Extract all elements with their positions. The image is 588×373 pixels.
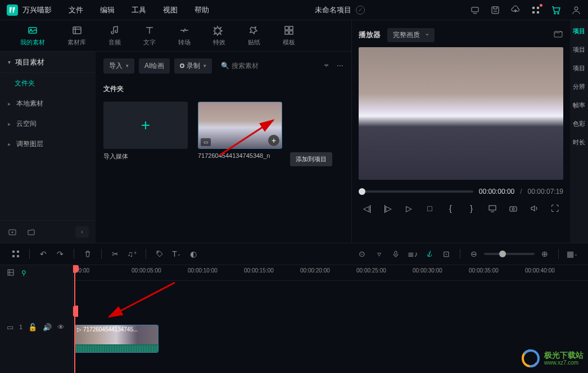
cloud-upload-icon[interactable] — [510, 5, 521, 15]
tl-layout-icon[interactable]: ▦⌄ — [566, 247, 579, 261]
menu-tools[interactable]: 工具 — [132, 5, 146, 15]
search-input[interactable] — [232, 62, 316, 70]
svg-rect-17 — [554, 31, 562, 37]
track-area[interactable]: ▷71726045441347​45... — [73, 281, 588, 373]
new-bin-icon[interactable] — [26, 226, 37, 238]
playhead[interactable] — [74, 265, 75, 373]
menu-help[interactable]: 帮助 — [195, 5, 209, 15]
sidebar-local-media[interactable]: 本地素材 — [0, 93, 96, 113]
prop-resolution[interactable]: 分辨 — [573, 83, 585, 91]
playhead-handle[interactable] — [73, 306, 78, 317]
lock-icon[interactable]: 🔓 — [28, 323, 37, 331]
sidebar-adjustment-layer[interactable]: 调整图层 — [0, 134, 96, 154]
progress-thumb[interactable] — [359, 188, 365, 195]
add-to-project-button[interactable]: + — [268, 135, 279, 146]
play-button[interactable]: ▷ — [402, 202, 415, 215]
time-current: 00:00:00:00 — [479, 188, 514, 195]
more-icon[interactable]: ⋯ — [337, 62, 343, 70]
prev-frame-button[interactable]: ◁| — [361, 202, 373, 215]
cart-icon[interactable] — [551, 5, 561, 15]
zoom-out-icon[interactable]: ⊖ — [467, 247, 481, 261]
delete-icon[interactable] — [81, 247, 94, 261]
link-icon[interactable]: ⊡ — [440, 247, 453, 261]
video-clip[interactable]: ▷71726045441347​45... — [74, 325, 159, 353]
project-name[interactable]: 未命名项目 — [315, 5, 351, 15]
menu-edit[interactable]: 编辑 — [100, 5, 115, 15]
record-button[interactable]: 录制 — [174, 58, 212, 74]
text-tool-icon[interactable]: T⌄ — [170, 247, 183, 261]
collapse-sidebar-button[interactable]: ‹ — [75, 226, 89, 238]
save-icon[interactable] — [490, 5, 500, 15]
new-folder-icon[interactable] — [7, 226, 18, 238]
prop-framerate[interactable]: 帧率 — [573, 101, 585, 110]
ai-draw-button[interactable]: AI绘画 — [139, 58, 170, 74]
volume-icon[interactable] — [528, 202, 540, 215]
ruler-mark: 00:00:05:00 — [132, 267, 161, 274]
time-separator: / — [520, 188, 522, 195]
color-icon[interactable]: ◐ — [187, 247, 200, 261]
track-link-icon[interactable]: ⚲ — [21, 269, 26, 277]
marker-icon[interactable]: ▿ — [372, 247, 386, 261]
effects-icon — [214, 25, 225, 36]
camera-icon[interactable] — [507, 202, 519, 215]
timeline-ruler[interactable]: 00:00 00:00:05:00 00:00:10:00 00:00:15:0… — [73, 265, 588, 281]
cut-icon[interactable]: ✂ — [108, 247, 122, 261]
prop-item2[interactable]: 项目 — [573, 64, 585, 72]
svg-rect-5 — [537, 11, 539, 13]
tl-menu-icon[interactable] — [9, 247, 22, 261]
display-icon[interactable] — [486, 202, 499, 215]
mic-icon[interactable] — [389, 247, 402, 261]
tl-dots-icon[interactable]: ⊙ — [355, 247, 369, 261]
track-manage-icon[interactable] — [7, 269, 15, 278]
video-track-header[interactable]: ▭ 1 🔓 🔊 👁 — [0, 281, 73, 373]
preview-video[interactable] — [359, 47, 563, 180]
mark-out-button[interactable]: } — [465, 202, 478, 215]
sidebar-cloud[interactable]: 云空间 — [0, 113, 96, 134]
import-media-tile[interactable]: + 导入媒体 — [103, 102, 188, 161]
tab-label: 文字 — [143, 38, 156, 47]
filter-icon[interactable]: ⫧ — [323, 62, 330, 70]
magnet-icon[interactable]: ⫝̸ — [423, 247, 436, 261]
menu-view[interactable]: 视图 — [163, 5, 178, 15]
apps-icon[interactable] — [531, 5, 541, 15]
zoom-slider[interactable] — [484, 253, 535, 255]
prop-project[interactable]: 项目 — [573, 27, 585, 35]
tab-stock[interactable]: 素材库 — [56, 22, 97, 49]
menu-file[interactable]: 文件 — [69, 5, 83, 15]
clip-label: ▷71726045441347​45... — [77, 326, 138, 333]
tab-templates[interactable]: 模板 — [272, 22, 306, 49]
step-back-button[interactable]: |▷ — [382, 202, 394, 215]
tab-text[interactable]: 文字 — [132, 22, 167, 49]
prop-item1[interactable]: 项目 — [573, 46, 585, 54]
mixer-icon[interactable]: ≣♪ — [406, 247, 419, 261]
tag-icon[interactable] — [153, 247, 166, 261]
prop-duration[interactable]: 时长 — [573, 138, 585, 147]
zoom-thumb[interactable] — [499, 251, 506, 257]
timeline-tracks[interactable]: 00:00 00:00:05:00 00:00:10:00 00:00:15:0… — [73, 265, 588, 373]
sidebar-project-media[interactable]: 项目素材 — [0, 52, 96, 73]
progress-track[interactable] — [359, 190, 473, 193]
quality-select[interactable]: 完整画质 — [387, 28, 435, 42]
snapshot-icon[interactable] — [553, 29, 563, 41]
media-clip-tile[interactable]: ▭ + 717260454413474534​8_n 添加到项目 — [198, 102, 282, 161]
mark-in-button[interactable]: { — [444, 202, 456, 215]
music-icon[interactable]: ♫⁺ — [125, 247, 139, 261]
stop-button[interactable]: □ — [423, 202, 436, 215]
visibility-icon[interactable]: 👁 — [57, 323, 65, 331]
fullscreen-icon[interactable]: ⛶ — [549, 202, 561, 215]
tab-transition[interactable]: 转场 — [167, 22, 202, 49]
tab-audio[interactable]: 音频 — [97, 22, 132, 49]
search-box[interactable]: 🔍 — [216, 62, 295, 70]
tab-effects[interactable]: 特效 — [202, 22, 237, 49]
user-icon[interactable] — [571, 5, 581, 15]
sidebar-folder-active[interactable]: 文件夹 — [0, 73, 96, 93]
tab-stickers[interactable]: 贴纸 — [237, 22, 272, 49]
tab-my-media[interactable]: 我的素材 — [9, 22, 56, 49]
mute-icon[interactable]: 🔊 — [43, 323, 52, 331]
import-button[interactable]: 导入 — [103, 58, 134, 74]
prop-color[interactable]: 色彩 — [573, 120, 585, 128]
redo-icon[interactable]: ↷ — [53, 247, 67, 261]
undo-icon[interactable]: ↶ — [37, 247, 50, 261]
device-icon[interactable] — [470, 5, 480, 15]
zoom-in-icon[interactable]: ⊕ — [538, 247, 551, 261]
